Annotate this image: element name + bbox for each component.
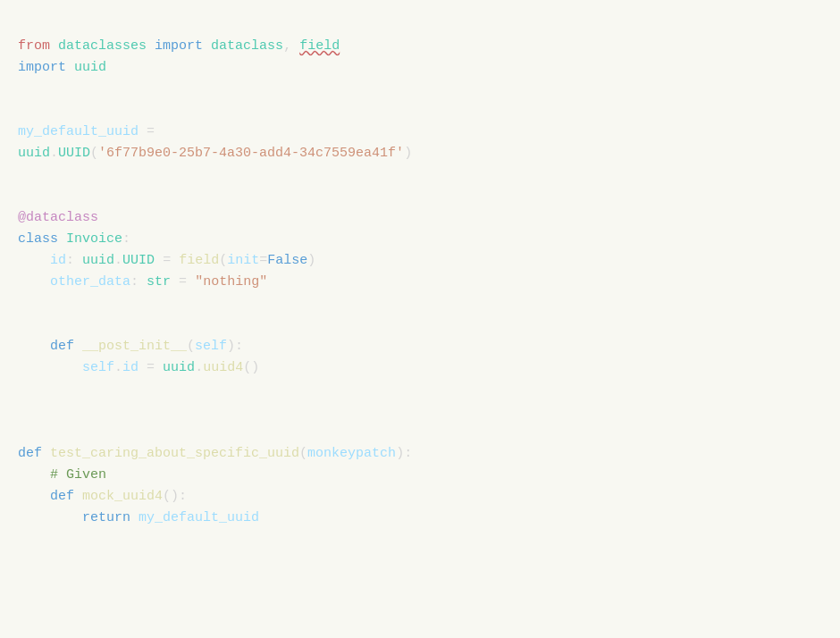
line-5: my_default_uuid = [18,124,155,139]
code-editor: from dataclasses import dataclass, field… [18,14,822,529]
line-2: import uuid [18,60,106,75]
line-23: return my_default_uuid [18,510,259,525]
line-9: @dataclass [18,210,98,225]
line-16: self.id = uuid.uuid4() [18,360,259,375]
line-15: def __post_init__(self): [18,339,243,354]
line-10: class Invoice: [18,231,130,247]
line-21: # Given [18,467,106,483]
line-22: def mock_uuid4(): [18,489,187,504]
line-6: uuid.UUID('6f77b9e0-25b7-4a30-add4-34c75… [18,146,412,161]
line-20: def test_caring_about_specific_uuid(monk… [18,446,412,461]
line-1: from dataclasses import dataclass, field [18,38,340,54]
line-12: other_data: str = "nothing" [18,274,267,290]
line-11: id: uuid.UUID = field(init=False) [18,253,315,268]
